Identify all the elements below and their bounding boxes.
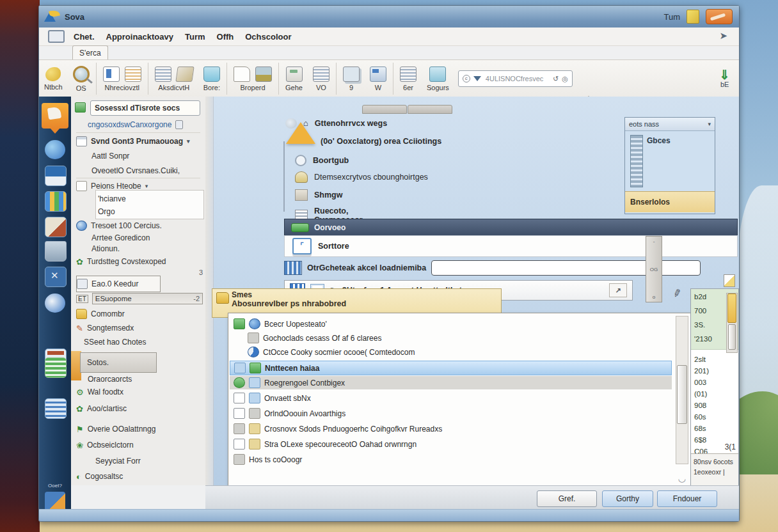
menu-item-1[interactable]: Approinacktoavy [106,32,173,42]
ok-button[interactable]: Fndouer [657,490,717,507]
eye-icon[interactable]: ◎ [562,75,568,83]
folder-item-sotos[interactable]: Sotos. [80,352,157,373]
menu-item-2[interactable]: Turm [185,32,205,42]
folder-item-comombr[interactable]: Comombr [76,308,203,320]
toolbar-button-os[interactable]: OS [68,60,95,97]
rail-globe-icon[interactable] [45,140,65,159]
note-icon[interactable] [687,10,699,24]
folder-item-ocbse[interactable]: ❀Ocbseiclctorn [76,439,203,451]
toolbar-button-9[interactable]: 9 [338,60,365,97]
cancel-button[interactable]: Gref. [537,490,597,507]
rail-grid-icon[interactable] [45,191,67,212]
mini-panel-footer[interactable]: Bnserlolos [625,191,715,212]
list-item-hover[interactable]: Roegrengoel Contbigex [230,376,672,389]
list-item[interactable]: CtOcce Cooky socmier ocooe( Comtedocom [244,345,672,359]
toolbar-label: Bore: [203,84,220,91]
toolbar-label: Broperd [240,84,265,91]
toolbar-button-broperd[interactable]: Broperd [228,60,277,97]
mini-scrollbar-strip[interactable]: - OG o [646,236,662,302]
folder-item-tresoet[interactable]: Tresoet 100 Cercius. [76,219,203,232]
folder-item-create[interactable]: OveoetlO Cvrsnaes.Cuiki, [91,164,203,177]
rail-media-icon[interactable] [45,492,65,511]
apply-button[interactable]: Gorthy [602,490,653,507]
folder-item-art[interactable]: Aattl Sonpr [91,150,203,162]
yellow-page-icon[interactable] [724,274,735,287]
scrollbar-yellow-button[interactable] [727,293,736,323]
list-item[interactable]: Bcecr Uopesteato' [230,317,672,331]
rail-laptop-icon[interactable] [45,241,67,262]
folder-item-seyyciat[interactable]: Seyyciat Forr [95,455,203,467]
list-item[interactable]: Stra OLexe specoureceotO Oahad orwnrngn [230,437,672,451]
list-item[interactable]: Onvaett sbNx [230,391,672,405]
toolbar-button-bore[interactable]: Bore: [198,60,225,97]
folder-item-sseet[interactable]: SSeet hao Chotes [84,336,203,348]
search-box[interactable]: c ↺ ◎ [458,70,573,87]
refresh-icon[interactable]: ↺ [553,75,559,83]
folder-item-esuopome[interactable]: ETESuopome-2 [76,292,203,305]
mini-panel-header[interactable]: eots nass▾ [625,118,715,131]
folder-item-songtemsedx[interactable]: ✎Songtemsedx [76,322,203,334]
title-bar[interactable]: Sova Tum [39,6,739,27]
pin-icon[interactable]: ➤ [719,30,727,42]
button-label: Gorthy [616,494,639,503]
monitor-icon [343,66,360,82]
rail-list-icon[interactable] [45,398,67,419]
toolbar-button-ntbch[interactable]: Ntbch [39,60,68,97]
folder-item-label: Tresoet 100 Cercius. [91,221,162,230]
toolbar-button-vo[interactable]: VO [308,60,335,97]
source-row[interactable]: ⌜Sorttore [284,235,738,257]
toolbar-button-6er[interactable]: 6er [395,60,422,97]
numeric-scrollbar[interactable] [726,293,738,353]
resize-corner-icon[interactable]: ↗ [609,283,627,297]
numeric-corner-value: 3(1 [725,442,736,451]
list-item[interactable]: Gochoclads cesass Of af 6 clarees [244,331,672,345]
menu-item-0[interactable]: Chet. [74,32,95,42]
scrollbar-thumb[interactable] [728,324,736,350]
scrollbar-thumb[interactable] [677,365,687,424]
rail-notes-icon[interactable] [42,103,68,129]
close-button[interactable] [706,9,733,24]
popup-scrollbar[interactable] [676,316,688,464]
list-item[interactable]: Hos ts coOoogr [230,453,672,466]
folder-item-ationun[interactable]: Ationun. [91,242,203,255]
toolbar-button-gehe[interactable]: Gehe [280,60,308,97]
note-icon [249,423,260,434]
folder-item-hciane[interactable]: 'hcianve [98,192,203,205]
toolbar-button-w[interactable]: W [365,60,392,97]
folder-item-label: 'hcianve [98,194,126,203]
menu-item-4[interactable]: Ochscoloor [245,32,291,42]
folder-item-overie[interactable]: ⚑Overie OOalattnngg [76,423,203,435]
folder-item-wal[interactable]: ⚙Wal foodtx [76,386,203,398]
drag-handle[interactable] [408,105,452,114]
rail-chart-icon[interactable] [45,217,67,237]
drag-handle[interactable] [362,105,407,114]
list-item[interactable]: OrlndOoouin Avoarthigs [230,407,672,420]
resize-grip-icon[interactable]: ◡ [678,473,686,483]
jug-icon [203,66,220,82]
list-item-selected[interactable]: Nnttecen haiaa [230,361,672,375]
toolbar-button-aksdicvth[interactable]: AksdicvtH [150,60,198,97]
folder-item-orgo[interactable]: Orgo [98,205,203,218]
folder-header-box[interactable]: Sosessxl dTisrote socs [90,100,200,116]
tab-serca[interactable]: S'erca [72,45,108,60]
folder-link[interactable]: cngosoxdswCanxorgone [88,118,203,131]
menu-item-3[interactable]: Offh [217,32,234,42]
folder-item-send[interactable]: Svnd Gont3 Prumaouoag▾ [76,135,203,148]
rail-spreadsheet-icon[interactable] [45,357,67,378]
rail-photo-icon[interactable] [45,166,67,186]
rail-people-icon[interactable] [45,293,65,313]
flag-icon: ⚑ [76,425,84,434]
rail-tools-icon[interactable] [45,267,67,287]
list-item[interactable]: Crosnovx Sdods Pnduogoerhc Coihgofkvr Ru… [230,422,672,435]
folder-item-cogosaltsc[interactable]: ◐Cogosaltsc [76,470,203,483]
toolbar-button-sogurs[interactable]: Sogurs [422,60,454,97]
folder-item-aoo[interactable]: ✿Aoo/clartisc [76,402,203,415]
folder-item-eao[interactable]: Eao.0 Keedur [76,276,161,292]
toolbar-button-nhreciovztl[interactable]: Nhreciovztl [98,60,147,97]
search-input[interactable] [484,74,550,83]
folder-item-oraorcaorcts[interactable]: Oraorcaorcts [88,373,203,386]
mail-panel-icon[interactable] [48,30,65,43]
download-arrow-icon[interactable]: ⇓ [719,69,730,81]
circle-leaf-icon: ◐ [76,472,81,481]
dark-section-bar[interactable]: Oorvoeo [284,219,738,237]
